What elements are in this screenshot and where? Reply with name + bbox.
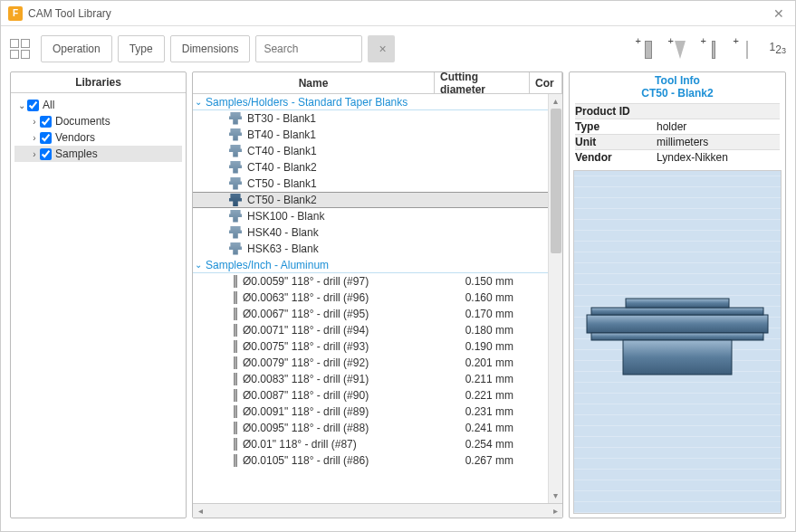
svg-rect-0	[587, 315, 768, 333]
chevron-down-icon[interactable]: ⌄	[195, 97, 206, 107]
tree-item-documents[interactable]: ›Documents	[14, 113, 182, 129]
row-name: Ø0.0087" 118° - drill (#90)	[243, 389, 430, 402]
table-row[interactable]: CT50 - Blank1	[193, 176, 548, 192]
holder-icon	[229, 177, 242, 190]
row-cutting-diameter: 0.180 mm	[430, 324, 521, 337]
chevron-right-icon[interactable]: ›	[29, 117, 40, 127]
checkbox-documents[interactable]	[40, 116, 52, 128]
info-key: Product ID	[575, 105, 657, 118]
search-input[interactable]	[255, 35, 362, 62]
tree-item-all[interactable]: ⌄ All	[14, 97, 182, 113]
info-key: Unit	[575, 136, 657, 148]
group-row[interactable]: ⌄Samples/Inch - Aluminum	[193, 257, 548, 273]
checkbox-all[interactable]	[27, 100, 39, 111]
table-row[interactable]: Ø0.0091" 118° - drill (#89)0.231 mm	[193, 404, 548, 420]
row-name: HSK40 - Blank	[247, 226, 430, 239]
column-name[interactable]: Name	[193, 72, 435, 93]
drill-icon	[234, 405, 237, 418]
checkbox-vendors[interactable]	[40, 132, 52, 144]
drill-icon	[234, 340, 237, 353]
scroll-thumb[interactable]	[551, 109, 561, 253]
row-cutting-diameter: 0.201 mm	[430, 356, 521, 369]
vertical-scrollbar[interactable]: ▴ ▾	[548, 94, 562, 503]
info-row: VendorLyndex-Nikken	[575, 149, 780, 165]
row-cutting-diameter: 0.254 mm	[430, 438, 521, 451]
table-row[interactable]: Ø0.0079" 118° - drill (#92)0.201 mm	[193, 355, 548, 371]
table-row[interactable]: Ø0.0095" 118° - drill (#88)0.241 mm	[193, 420, 548, 436]
table-row[interactable]: Ø0.01" 118° - drill (#87)0.254 mm	[193, 436, 548, 452]
operation-filter-button[interactable]: Operation	[41, 35, 112, 62]
horizontal-scrollbar[interactable]: ◂ ▸	[193, 503, 562, 518]
table-row[interactable]: Ø0.0059" 118° - drill (#97)0.150 mm	[193, 273, 548, 290]
row-name: Ø0.0095" 118° - drill (#88)	[243, 422, 430, 434]
tools-panel: Name Cutting diameter Cor ⌄Samples/Holde…	[192, 71, 563, 518]
scroll-left-icon[interactable]: ◂	[193, 506, 207, 516]
table-row[interactable]: CT40 - Blank2	[193, 159, 548, 176]
drill-icon	[234, 438, 237, 451]
table-row[interactable]: Ø0.0087" 118° - drill (#90)0.221 mm	[193, 387, 548, 404]
view-grid-icon[interactable]	[10, 39, 30, 59]
tree-item-samples[interactable]: ›Samples	[14, 146, 182, 162]
renumber-icon[interactable]: 123	[770, 41, 786, 56]
drill-icon	[234, 324, 237, 337]
column-cutting-diameter[interactable]: Cutting diameter	[435, 72, 530, 93]
type-filter-button[interactable]: Type	[118, 35, 165, 62]
dimensions-filter-button[interactable]: Dimensions	[170, 35, 251, 62]
row-cutting-diameter: 0.221 mm	[430, 389, 521, 402]
table-row[interactable]: Ø0.0071" 118° - drill (#94)0.180 mm	[193, 322, 548, 338]
scroll-right-icon[interactable]: ▸	[548, 506, 562, 516]
holder-icon	[229, 226, 242, 239]
row-name: CT40 - Blank2	[247, 161, 430, 174]
table-row[interactable]: Ø0.0067" 118° - drill (#95)0.170 mm	[193, 306, 548, 322]
table-row[interactable]: HSK100 - Blank	[193, 208, 548, 224]
row-name: Ø0.0079" 118° - drill (#92)	[243, 356, 430, 369]
table-row[interactable]: BT40 - Blank1	[193, 127, 548, 143]
row-cutting-diameter: 0.231 mm	[430, 405, 521, 418]
add-endmill-icon[interactable]: +	[639, 37, 659, 61]
row-name: Ø0.0075" 118° - drill (#93)	[243, 340, 430, 353]
table-row[interactable]: Ø0.0083" 118° - drill (#91)0.211 mm	[193, 371, 548, 387]
chevron-down-icon[interactable]: ⌄	[195, 260, 206, 270]
row-name: CT50 - Blank1	[247, 177, 430, 190]
row-name: Ø0.0059" 118° - drill (#97)	[243, 275, 430, 288]
row-cutting-diameter: 0.267 mm	[430, 454, 521, 467]
scroll-up-icon[interactable]: ▴	[549, 94, 562, 109]
group-label: Samples/Inch - Aluminum	[206, 259, 329, 271]
row-name: HSK63 - Blank	[247, 242, 430, 255]
scroll-down-icon[interactable]: ▾	[549, 489, 562, 503]
column-corner[interactable]: Cor	[530, 72, 562, 93]
tree-item-label: Vendors	[55, 131, 95, 144]
row-name: Ø0.0083" 118° - drill (#91)	[243, 373, 430, 385]
add-probe-icon[interactable]: +	[737, 37, 757, 61]
info-row: Unitmillimeters	[575, 134, 780, 149]
chevron-right-icon[interactable]: ›	[29, 149, 40, 159]
add-holder-icon[interactable]: +	[672, 37, 692, 61]
svg-rect-4	[626, 299, 729, 308]
group-row[interactable]: ⌄Samples/Holders - Standard Taper Blanks	[193, 94, 548, 110]
clear-search-button[interactable]: ×	[368, 35, 395, 62]
drill-icon	[234, 454, 237, 467]
table-body: ⌄Samples/Holders - Standard Taper Blanks…	[193, 94, 562, 503]
table-row[interactable]: Ø0.0075" 118° - drill (#93)0.190 mm	[193, 338, 548, 355]
checkbox-samples[interactable]	[40, 148, 52, 160]
table-row[interactable]: BT30 - Blank1	[193, 110, 548, 127]
table-row[interactable]: CT50 - Blank2	[193, 192, 548, 208]
table-row[interactable]: Ø0.0063" 118° - drill (#96)0.160 mm	[193, 290, 548, 306]
row-name: BT40 - Blank1	[247, 128, 430, 141]
row-name: Ø0.0067" 118° - drill (#95)	[243, 308, 430, 320]
table-row[interactable]: HSK63 - Blank	[193, 241, 548, 257]
chevron-right-icon[interactable]: ›	[29, 133, 40, 143]
row-cutting-diameter: 0.150 mm	[430, 275, 521, 288]
close-icon[interactable]: ✕	[770, 6, 788, 21]
drill-icon	[234, 373, 237, 385]
svg-rect-1	[591, 308, 763, 315]
table-header: Name Cutting diameter Cor	[193, 72, 562, 94]
table-row[interactable]: CT40 - Blank1	[193, 143, 548, 159]
row-name: CT40 - Blank1	[247, 145, 430, 157]
add-drill-icon[interactable]: +	[705, 37, 724, 61]
table-row[interactable]: HSK40 - Blank	[193, 224, 548, 241]
drill-icon	[234, 389, 237, 402]
tree-item-vendors[interactable]: ›Vendors	[14, 129, 182, 146]
table-row[interactable]: Ø0.0105" 118° - drill (#86)0.267 mm	[193, 452, 548, 469]
chevron-down-icon[interactable]: ⌄	[16, 100, 27, 110]
